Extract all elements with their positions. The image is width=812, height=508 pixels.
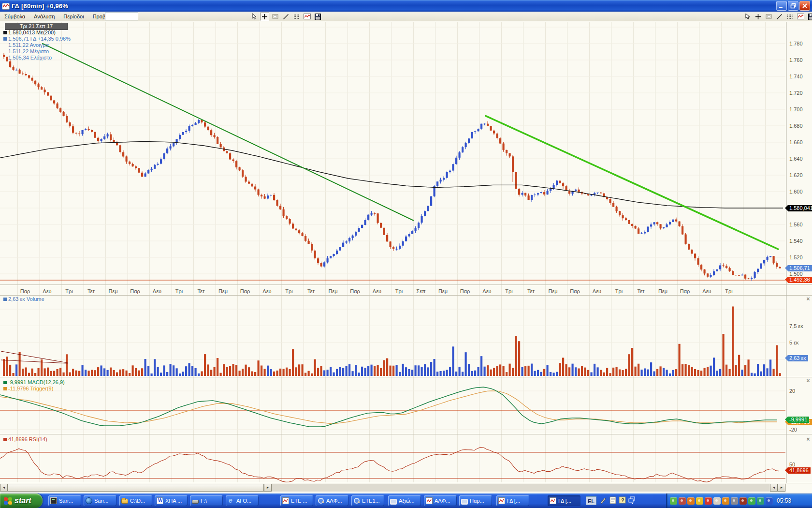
svg-text:Τετ: Τετ [638,288,645,294]
start-button[interactable]: start [0,493,43,508]
antivirus-icon[interactable] [687,497,695,505]
taskbar-task-2[interactable]: Sarr... [84,495,116,506]
monitor-icon [390,499,397,504]
folder-icon [121,499,128,504]
taskbar-task-11[interactable]: ΑΛΦ... [424,495,457,506]
taskbar-task-1[interactable]: Sarr... [48,495,81,506]
taskbar-task-9[interactable]: ΕΤΕ1... [351,495,384,506]
macd-value-tag: -9,9991 [788,417,809,423]
taskbar-task-14[interactable]: ΓΔ [... [548,495,580,506]
taskbar-task-5[interactable]: F:\ [190,495,223,506]
taskbar-task-7[interactable]: ΕΤΕ ... [280,495,313,506]
scroll-right-button[interactable]: ► [264,484,272,492]
menu-item-Σύμβολα[interactable]: Σύμβολα [0,12,29,19]
chart-client[interactable]: 1.7801.7601.7401.7201.7001.6801.6601.640… [0,21,812,493]
menu-item-Ανάλυση[interactable]: Ανάλυση [29,12,59,19]
svg-text:Σεπ: Σεπ [416,288,426,294]
save-icon[interactable] [807,13,812,21]
svg-text:Τετ: Τετ [307,288,315,294]
taskbar-clock[interactable]: 05:53 [777,497,791,504]
grid-hash-icon[interactable] [785,13,795,21]
svg-text:20: 20 [789,388,795,394]
rectangle-select-icon[interactable] [764,13,773,21]
volume-icon[interactable] [740,497,747,505]
close-button[interactable] [799,1,810,11]
monitor-icon [461,499,468,504]
last-price-tag: 1.506,71 [788,265,812,271]
mail-icon[interactable] [713,497,721,505]
legend-low: 1.505,34 Ελάχιστο [0,55,71,61]
svg-text:1.540: 1.540 [789,238,803,244]
horizontal-scrollbar[interactable]: ◄ ► ◄ ► [0,484,786,492]
volume-value-tag: 2,63 εκ [788,355,808,361]
pen-input-icon[interactable] [599,496,607,504]
close-volume-pane-button[interactable]: × [805,297,811,302]
svg-text:Πεμ: Πεμ [548,288,557,294]
scroll-step-left-button[interactable]: ◄ [770,484,778,492]
window-title: ΓΔ [60min] +0,96% [12,2,68,10]
macd-marker-icon [3,381,7,384]
vpn-icon[interactable] [757,497,764,505]
svg-text:Παρ: Παρ [570,288,580,294]
notes-icon[interactable] [609,496,617,504]
svg-text:-20: -20 [789,427,797,433]
legend-high: 1.511,22 Μέγιστο [0,48,71,55]
svg-text:Παρ: Παρ [460,288,470,294]
indicator-chart-icon[interactable] [796,13,805,21]
svg-text:Τρι: Τρι [65,288,73,294]
terminal-icon [50,497,57,504]
security-shield-icon[interactable] [696,497,703,505]
taskbar-task-3[interactable]: C:\D... [119,495,152,506]
symbol-input[interactable] [105,13,138,20]
scroll-left-button[interactable]: ◄ [0,484,8,492]
network-monitor-icon[interactable] [748,497,755,505]
minimize-button[interactable] [776,1,787,11]
audio-muted-icon[interactable] [679,497,686,505]
grid-hash-icon[interactable] [292,13,301,21]
indicator-chart-icon[interactable] [303,13,312,21]
svg-text:?: ? [621,497,624,503]
menu-item-Περίοδοι[interactable]: Περίοδοι [59,12,88,19]
magnifier-icon [353,497,360,504]
save-icon[interactable] [313,13,322,21]
svg-text:1.620: 1.620 [789,172,803,178]
alert-flag-icon[interactable] [722,497,729,505]
rectangle-select-icon[interactable] [271,13,280,21]
svg-text:Δευ: Δευ [153,288,161,294]
close-macd-pane-button[interactable]: × [805,378,811,384]
restore-panel-icon[interactable] [628,496,636,504]
binoculars-icon[interactable] [731,497,738,505]
scroll-step-right-button[interactable]: ► [778,484,785,492]
svg-text:5 εκ: 5 εκ [789,340,799,345]
updates-icon[interactable] [670,497,677,505]
taskbar-task-10[interactable]: Αξιώ... [388,495,421,506]
restore-button[interactable] [788,1,798,11]
select-cursor-icon[interactable] [249,13,259,21]
language-indicator[interactable]: EL [586,496,596,505]
svg-text:Δευ: Δευ [593,288,601,294]
svg-text:Τρι: Τρι [395,288,403,294]
taskbar-task-6[interactable]: ΑΓΟ... [226,495,259,506]
crosshair-icon[interactable] [754,13,763,21]
taskbar-task-4[interactable]: ΧΠΑ ... [155,495,188,506]
messenger-icon[interactable] [705,497,712,505]
taskbar-task-8[interactable]: ΑΛΦ... [316,495,348,506]
svg-text:Δευ: Δευ [482,288,491,294]
svg-text:Τρι: Τρι [175,288,183,294]
chart-icon [550,497,556,504]
trendline-icon[interactable] [775,13,784,21]
help-icon[interactable]: ? [619,496,626,504]
trendline-icon[interactable] [281,13,290,21]
svg-text:50: 50 [789,462,795,467]
select-cursor-icon[interactable] [743,13,752,21]
chart-canvas[interactable]: 1.7801.7601.7401.7201.7001.6801.6601.640… [0,21,812,484]
taskbar-task-13[interactable]: ΓΔ [... [496,495,529,506]
scrollbar-thumb[interactable] [8,484,264,492]
desktop-alert-icon[interactable] [766,497,773,505]
crosshair-icon[interactable] [260,13,269,21]
taskbar-task-12[interactable]: Παρ... [459,495,492,506]
close-rsi-pane-button[interactable]: × [805,437,811,443]
ie-icon [228,497,234,504]
svg-text:Παρ: Παρ [680,288,690,294]
svg-text:1.660: 1.660 [789,139,803,145]
